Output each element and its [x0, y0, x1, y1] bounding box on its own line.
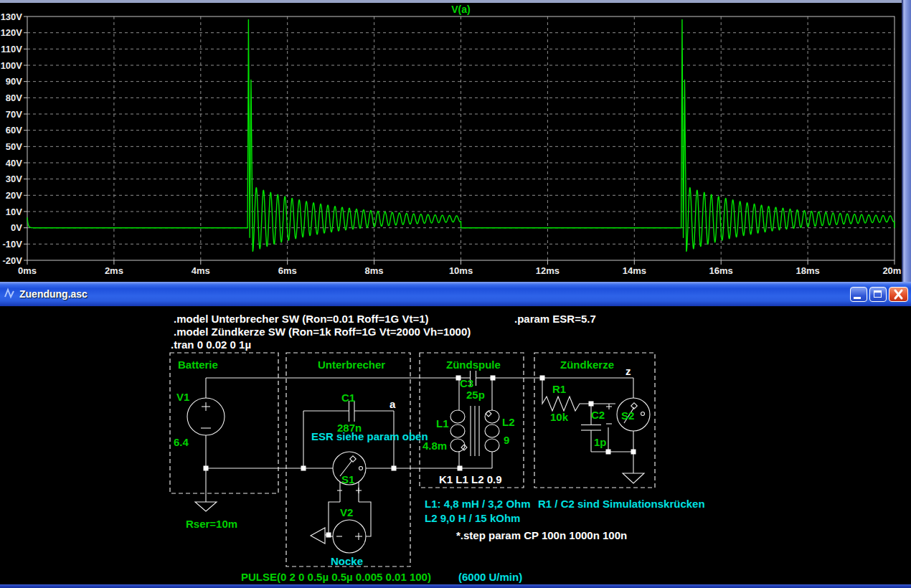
transformer-core — [471, 406, 479, 456]
block-title-unterbrecher: Unterbrecher — [318, 359, 385, 371]
label-r1-value[interactable]: 10k — [550, 411, 569, 423]
ground-symbol-battery — [195, 502, 217, 511]
y-tick-label: 60V — [6, 125, 22, 136]
label-v2-name[interactable]: V2 — [340, 506, 353, 518]
label-v1-name[interactable]: V1 — [176, 391, 189, 403]
comment-sim-note: R1 / C2 sind Simulationskrücken — [538, 498, 705, 510]
y-tick-label: 50V — [6, 141, 22, 152]
titlebar[interactable]: Zuendung.asc — [0, 282, 911, 306]
window-title: Zuendung.asc — [19, 282, 88, 306]
label-r1-name[interactable]: R1 — [552, 383, 566, 395]
x-tick-label: 2ms — [105, 265, 123, 276]
component-c1[interactable] — [349, 401, 355, 422]
directive-step-param[interactable]: *.step param CP 100n 1000n 100n — [456, 529, 627, 541]
label-s1-name[interactable]: S1 — [341, 473, 354, 485]
x-tick-label: 12ms — [536, 265, 560, 276]
y-tick-label: 130V — [1, 11, 23, 22]
x-tick-label: 14ms — [623, 265, 646, 276]
waveform-plot[interactable]: 130V120V110V100V90V80V70V60V50V40V30V20V… — [0, 0, 911, 282]
x-tick-label: 0ms — [18, 265, 37, 276]
comment-rpm: (6000 U/min) — [458, 571, 522, 583]
directive-tran[interactable]: .tran 0 0.02 0 1µ — [171, 338, 251, 351]
label-c2-name[interactable]: C2 — [591, 409, 605, 421]
ground-symbol-v2 — [311, 528, 325, 544]
label-c3-value[interactable]: 25p — [466, 389, 485, 401]
close-icon — [889, 288, 907, 301]
label-v1-rser[interactable]: Rser=10m — [186, 518, 237, 530]
component-v2[interactable] — [333, 520, 366, 553]
label-c2-value[interactable]: 1p — [594, 436, 607, 448]
label-s2-name[interactable]: S2 — [621, 409, 634, 422]
component-s1[interactable] — [333, 452, 366, 493]
block-title-zuendkerze: Zündkerze — [560, 359, 614, 371]
x-tick-label: 10ms — [449, 265, 473, 276]
minimize-button[interactable] — [850, 287, 867, 302]
net-label-a[interactable]: a — [390, 398, 396, 410]
schematic-window: Zuendung.asc .model Unterbrecher SW (Ron… — [0, 282, 911, 588]
directive-param-esr[interactable]: .param ESR=5.7 — [514, 313, 596, 325]
label-c3-name[interactable]: C3 — [460, 377, 473, 389]
label-l2-name[interactable]: L2 — [502, 416, 515, 428]
schematic-canvas[interactable]: .model Unterbrecher SW (Ron=0.01 Roff=1G… — [0, 306, 911, 584]
net-label-z[interactable]: z — [626, 365, 631, 377]
y-tick-label: 100V — [1, 60, 23, 71]
waveform-pane: 130V120V110V100V90V80V70V60V50V40V30V20V… — [0, 0, 911, 282]
comment-esr-note: ESR siehe param oben — [311, 430, 428, 442]
window-right-border — [902, 0, 911, 282]
x-tick-label: 18ms — [796, 265, 819, 276]
maximize-icon — [874, 290, 882, 298]
minimize-icon — [854, 297, 861, 299]
label-l1-value[interactable]: 4.8m — [423, 440, 447, 452]
directive-pulse[interactable]: PULSE(0 2 0 0.5µ 0.5µ 0.005 0.01 100) — [241, 571, 431, 583]
y-tick-label: 90V — [6, 76, 22, 87]
close-button[interactable] — [889, 287, 908, 302]
x-tick-label: 4ms — [192, 265, 210, 276]
y-tick-label: 80V — [6, 93, 22, 103]
component-l2[interactable] — [485, 410, 499, 452]
y-tick-label: 10V — [6, 207, 22, 217]
block-frame-batterie — [170, 353, 278, 493]
x-tick-label: 16ms — [709, 265, 733, 276]
component-l1[interactable] — [450, 410, 467, 452]
block-frame-unterbrecher — [286, 353, 410, 566]
y-tick-label: 110V — [1, 44, 22, 54]
label-l1-name[interactable]: L1 — [436, 417, 449, 430]
block-title-batterie: Batterie — [178, 359, 218, 371]
component-c2[interactable] — [581, 425, 601, 431]
comment-nocke: Nocke — [331, 555, 363, 567]
maximize-button[interactable] — [869, 287, 887, 302]
y-tick-label: 40V — [6, 158, 22, 169]
label-c1-name[interactable]: C1 — [341, 392, 355, 404]
y-tick-label: 30V — [6, 174, 22, 184]
directive-model-zuendkerze[interactable]: .model Zündkerze SW (Ron=1k Roff=1G Vt=2… — [174, 326, 471, 338]
comment-l1-note: L1: 4,8 mH / 3,2 Ohm — [425, 498, 531, 510]
plot-background — [0, 0, 911, 282]
component-v1[interactable] — [187, 398, 225, 435]
y-tick-label: 0V — [11, 222, 22, 233]
y-tick-label: 120V — [1, 27, 23, 38]
window-bottom-border — [0, 584, 911, 588]
app-icon — [4, 287, 16, 301]
x-tick-label: 6ms — [278, 265, 297, 276]
block-title-zuendspule: Zündspule — [446, 359, 501, 371]
directive-model-unterbrecher[interactable]: .model Unterbrecher SW (Ron=0.01 Roff=1G… — [174, 313, 429, 325]
directive-coupling[interactable]: K1 L1 L2 0.9 — [439, 473, 502, 485]
component-r1[interactable] — [542, 397, 591, 411]
y-tick-label: -20V — [3, 255, 23, 266]
y-tick-label: -10V — [3, 239, 23, 250]
label-l2-value[interactable]: 9 — [504, 434, 509, 446]
y-tick-label: 20V — [6, 190, 22, 201]
comment-l2-note: L2 9,0 H / 15 kOhm — [425, 512, 520, 524]
ground-symbol-zuendkerze — [623, 473, 644, 483]
y-tick-label: 70V — [6, 109, 22, 120]
x-tick-label: 8ms — [365, 265, 384, 276]
label-v1-value[interactable]: 6.4 — [174, 436, 189, 448]
trace-title[interactable]: V(a) — [27, 3, 895, 16]
